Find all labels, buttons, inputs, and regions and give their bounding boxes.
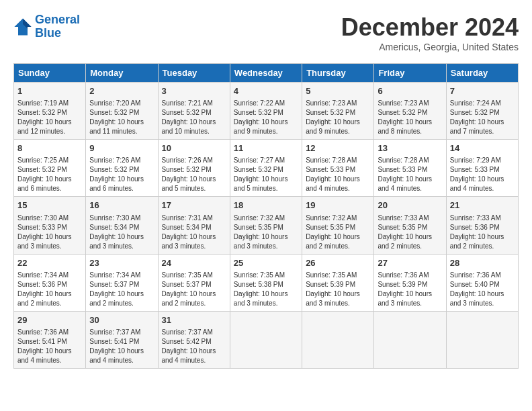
day-info: Sunrise: 7:30 AM Sunset: 5:33 PM Dayligh… bbox=[17, 214, 82, 251]
day-number: 23 bbox=[89, 257, 154, 269]
day-number: 28 bbox=[450, 257, 515, 269]
logo: General Blue bbox=[13, 13, 80, 40]
day-number: 21 bbox=[450, 199, 515, 212]
day-number: 11 bbox=[234, 142, 298, 154]
day-of-week-header: Thursday bbox=[302, 64, 374, 83]
calendar-day-cell: 21Sunrise: 7:33 AM Sunset: 5:36 PM Dayli… bbox=[446, 197, 518, 254]
calendar-day-cell: 28Sunrise: 7:36 AM Sunset: 5:40 PM Dayli… bbox=[446, 254, 518, 311]
page-header: General Blue December 2024 Americus, Geo… bbox=[13, 13, 519, 52]
location: Americus, Georgia, United States bbox=[341, 42, 519, 52]
day-info: Sunrise: 7:23 AM Sunset: 5:32 PM Dayligh… bbox=[378, 99, 442, 136]
day-of-week-header: Tuesday bbox=[158, 64, 230, 83]
day-info: Sunrise: 7:37 AM Sunset: 5:42 PM Dayligh… bbox=[162, 328, 226, 365]
day-info: Sunrise: 7:28 AM Sunset: 5:33 PM Dayligh… bbox=[306, 156, 370, 193]
day-info: Sunrise: 7:32 AM Sunset: 5:35 PM Dayligh… bbox=[234, 214, 298, 251]
day-of-week-header: Friday bbox=[374, 64, 446, 83]
logo-text: General Blue bbox=[35, 13, 80, 40]
calendar-day-cell: 9Sunrise: 7:26 AM Sunset: 5:32 PM Daylig… bbox=[86, 140, 158, 197]
day-number: 31 bbox=[162, 314, 226, 326]
calendar-day-cell: 27Sunrise: 7:36 AM Sunset: 5:39 PM Dayli… bbox=[374, 254, 446, 311]
day-number: 5 bbox=[306, 85, 370, 97]
calendar-day-cell: 15Sunrise: 7:30 AM Sunset: 5:33 PM Dayli… bbox=[14, 197, 86, 254]
day-info: Sunrise: 7:32 AM Sunset: 5:35 PM Dayligh… bbox=[306, 214, 370, 251]
calendar-day-cell: 18Sunrise: 7:32 AM Sunset: 5:35 PM Dayli… bbox=[230, 197, 302, 254]
calendar-day-cell: 7Sunrise: 7:24 AM Sunset: 5:32 PM Daylig… bbox=[446, 83, 518, 140]
day-number: 6 bbox=[378, 85, 442, 97]
calendar-day-cell: 17Sunrise: 7:31 AM Sunset: 5:34 PM Dayli… bbox=[158, 197, 230, 254]
day-number: 15 bbox=[17, 199, 82, 212]
calendar-day-cell: 23Sunrise: 7:34 AM Sunset: 5:37 PM Dayli… bbox=[86, 254, 158, 311]
day-number: 3 bbox=[162, 85, 226, 97]
day-number: 17 bbox=[162, 199, 226, 212]
calendar-day-cell: 29Sunrise: 7:36 AM Sunset: 5:41 PM Dayli… bbox=[14, 311, 86, 368]
day-number: 13 bbox=[378, 142, 442, 154]
calendar-day-cell: 8Sunrise: 7:25 AM Sunset: 5:32 PM Daylig… bbox=[14, 140, 86, 197]
day-info: Sunrise: 7:20 AM Sunset: 5:32 PM Dayligh… bbox=[89, 99, 154, 136]
day-info: Sunrise: 7:23 AM Sunset: 5:32 PM Dayligh… bbox=[306, 99, 370, 136]
day-number: 20 bbox=[378, 199, 442, 212]
day-of-week-header: Saturday bbox=[446, 64, 518, 83]
day-number: 4 bbox=[234, 85, 298, 97]
day-info: Sunrise: 7:37 AM Sunset: 5:41 PM Dayligh… bbox=[89, 328, 154, 365]
day-number: 16 bbox=[89, 199, 154, 212]
day-info: Sunrise: 7:33 AM Sunset: 5:36 PM Dayligh… bbox=[450, 214, 515, 251]
day-info: Sunrise: 7:36 AM Sunset: 5:40 PM Dayligh… bbox=[450, 271, 515, 308]
calendar-day-cell: 14Sunrise: 7:29 AM Sunset: 5:33 PM Dayli… bbox=[446, 140, 518, 197]
calendar-week-row: 15Sunrise: 7:30 AM Sunset: 5:33 PM Dayli… bbox=[14, 197, 519, 254]
day-number: 1 bbox=[17, 85, 82, 97]
calendar-day-cell: 1Sunrise: 7:19 AM Sunset: 5:32 PM Daylig… bbox=[14, 83, 86, 140]
day-number: 30 bbox=[89, 314, 154, 326]
day-of-week-header: Monday bbox=[86, 64, 158, 83]
day-info: Sunrise: 7:33 AM Sunset: 5:35 PM Dayligh… bbox=[378, 214, 442, 251]
calendar-day-cell: 12Sunrise: 7:28 AM Sunset: 5:33 PM Dayli… bbox=[302, 140, 374, 197]
calendar-day-cell: 22Sunrise: 7:34 AM Sunset: 5:36 PM Dayli… bbox=[14, 254, 86, 311]
title-block: December 2024 Americus, Georgia, United … bbox=[341, 13, 519, 52]
day-info: Sunrise: 7:35 AM Sunset: 5:38 PM Dayligh… bbox=[234, 271, 298, 308]
calendar-header-row: SundayMondayTuesdayWednesdayThursdayFrid… bbox=[14, 64, 519, 83]
calendar-day-cell: 30Sunrise: 7:37 AM Sunset: 5:41 PM Dayli… bbox=[86, 311, 158, 368]
day-info: Sunrise: 7:34 AM Sunset: 5:37 PM Dayligh… bbox=[89, 271, 154, 308]
calendar-week-row: 22Sunrise: 7:34 AM Sunset: 5:36 PM Dayli… bbox=[14, 254, 519, 311]
calendar-day-cell: 10Sunrise: 7:26 AM Sunset: 5:32 PM Dayli… bbox=[158, 140, 230, 197]
calendar-week-row: 8Sunrise: 7:25 AM Sunset: 5:32 PM Daylig… bbox=[14, 140, 519, 197]
day-number: 14 bbox=[450, 142, 515, 154]
day-number: 26 bbox=[306, 257, 370, 269]
day-info: Sunrise: 7:35 AM Sunset: 5:37 PM Dayligh… bbox=[162, 271, 226, 308]
day-info: Sunrise: 7:21 AM Sunset: 5:32 PM Dayligh… bbox=[162, 99, 226, 136]
day-info: Sunrise: 7:31 AM Sunset: 5:34 PM Dayligh… bbox=[162, 214, 226, 251]
day-info: Sunrise: 7:24 AM Sunset: 5:32 PM Dayligh… bbox=[450, 99, 515, 136]
calendar-table: SundayMondayTuesdayWednesdayThursdayFrid… bbox=[13, 63, 519, 369]
logo-icon bbox=[13, 17, 32, 36]
calendar-day-cell: 19Sunrise: 7:32 AM Sunset: 5:35 PM Dayli… bbox=[302, 197, 374, 254]
day-info: Sunrise: 7:26 AM Sunset: 5:32 PM Dayligh… bbox=[162, 156, 226, 193]
calendar-day-cell: 3Sunrise: 7:21 AM Sunset: 5:32 PM Daylig… bbox=[158, 83, 230, 140]
calendar-day-cell: 6Sunrise: 7:23 AM Sunset: 5:32 PM Daylig… bbox=[374, 83, 446, 140]
day-info: Sunrise: 7:26 AM Sunset: 5:32 PM Dayligh… bbox=[89, 156, 154, 193]
day-info: Sunrise: 7:36 AM Sunset: 5:41 PM Dayligh… bbox=[17, 328, 82, 365]
day-info: Sunrise: 7:19 AM Sunset: 5:32 PM Dayligh… bbox=[17, 99, 82, 136]
day-info: Sunrise: 7:29 AM Sunset: 5:33 PM Dayligh… bbox=[450, 156, 515, 193]
calendar-week-row: 29Sunrise: 7:36 AM Sunset: 5:41 PM Dayli… bbox=[14, 311, 519, 368]
day-number: 9 bbox=[89, 142, 154, 154]
day-number: 19 bbox=[306, 199, 370, 212]
day-number: 7 bbox=[450, 85, 515, 97]
day-info: Sunrise: 7:27 AM Sunset: 5:32 PM Dayligh… bbox=[234, 156, 298, 193]
calendar-day-cell: 2Sunrise: 7:20 AM Sunset: 5:32 PM Daylig… bbox=[86, 83, 158, 140]
day-info: Sunrise: 7:34 AM Sunset: 5:36 PM Dayligh… bbox=[17, 271, 82, 308]
calendar-day-cell: 11Sunrise: 7:27 AM Sunset: 5:32 PM Dayli… bbox=[230, 140, 302, 197]
calendar-day-cell bbox=[302, 311, 374, 368]
calendar-day-cell: 24Sunrise: 7:35 AM Sunset: 5:37 PM Dayli… bbox=[158, 254, 230, 311]
calendar-day-cell: 20Sunrise: 7:33 AM Sunset: 5:35 PM Dayli… bbox=[374, 197, 446, 254]
day-info: Sunrise: 7:35 AM Sunset: 5:39 PM Dayligh… bbox=[306, 271, 370, 308]
day-info: Sunrise: 7:28 AM Sunset: 5:33 PM Dayligh… bbox=[378, 156, 442, 193]
month-title: December 2024 bbox=[341, 13, 519, 42]
day-number: 8 bbox=[17, 142, 82, 154]
calendar-day-cell: 4Sunrise: 7:22 AM Sunset: 5:32 PM Daylig… bbox=[230, 83, 302, 140]
day-of-week-header: Wednesday bbox=[230, 64, 302, 83]
calendar-day-cell: 16Sunrise: 7:30 AM Sunset: 5:34 PM Dayli… bbox=[86, 197, 158, 254]
day-info: Sunrise: 7:36 AM Sunset: 5:39 PM Dayligh… bbox=[378, 271, 442, 308]
calendar-day-cell bbox=[374, 311, 446, 368]
day-info: Sunrise: 7:22 AM Sunset: 5:32 PM Dayligh… bbox=[234, 99, 298, 136]
day-number: 27 bbox=[378, 257, 442, 269]
calendar-week-row: 1Sunrise: 7:19 AM Sunset: 5:32 PM Daylig… bbox=[14, 83, 519, 140]
